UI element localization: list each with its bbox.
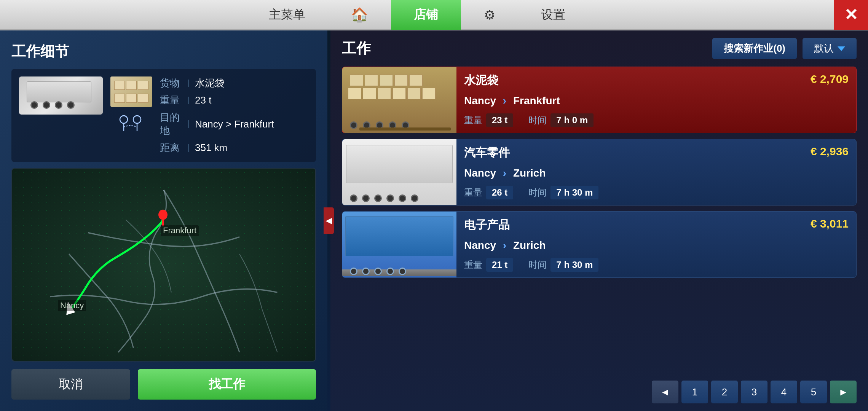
destination-info-row: 目的地 Nancy > Frankfurt 距离 351 km [110, 111, 308, 155]
weight-detail-1: 重量 23 t [464, 113, 513, 127]
svg-point-0 [120, 116, 128, 123]
job-card-image-3 [342, 212, 456, 278]
close-button[interactable]: ✕ [834, 0, 868, 30]
nav-items: 主菜单 🏠 店铺 ⚙ 设置 [0, 0, 834, 30]
pagination: ◄ 1 2 3 4 5 ► [342, 381, 857, 403]
cancel-button[interactable]: 取消 [11, 369, 130, 400]
weight-label-1: 重量 [464, 114, 482, 126]
time-detail-1: 时间 7 h 0 m [528, 113, 594, 127]
default-sort-label: 默认 [814, 42, 834, 55]
cargo-value: 水泥袋 [195, 76, 225, 90]
from-city-3: Nancy [464, 239, 496, 251]
prev-page-button[interactable]: ◄ [652, 381, 678, 403]
job-route-2: Nancy › Zurich [464, 167, 849, 179]
to-city-2: Zurich [513, 167, 546, 179]
cargo-name-3: 电子产品 [464, 217, 510, 233]
next-page-button[interactable]: ► [830, 381, 857, 403]
page-5-button[interactable]: 5 [800, 381, 827, 403]
weight-row: 重量 23 t [160, 94, 225, 107]
destination-row: 目的地 Nancy > Frankfurt [160, 111, 274, 137]
divider4 [188, 144, 189, 152]
job-details-panel: 工作细节 [0, 30, 327, 411]
weight-detail-3: 重量 21 t [464, 258, 513, 272]
gear-icon: ⚙ [484, 7, 495, 22]
destination-labels: 目的地 Nancy > Frankfurt 距离 351 km [160, 111, 274, 155]
time-value-1: 7 h 0 m [550, 113, 594, 127]
panel-separator: ◄ [327, 30, 330, 411]
route-arrow-2: › [503, 167, 506, 179]
nav-home[interactable]: 🏠 [328, 0, 391, 30]
job-card-info-2: 汽车零件 € 2,936 Nancy › Zurich 重量 26 t [456, 139, 856, 205]
job-card-3[interactable]: 电子产品 € 3,011 Nancy › Zurich 重量 21 t [342, 211, 857, 278]
job-card-image-2 [342, 139, 456, 206]
default-sort-button[interactable]: 默认 [803, 38, 857, 59]
page-2-button[interactable]: 2 [711, 381, 738, 403]
route-arrow-3: › [503, 239, 506, 251]
cargo-row: 货物 水泥袋 [160, 76, 225, 90]
job-card-info-1: 水泥袋 € 2,709 Nancy › Frankfurt 重量 23 t [456, 67, 856, 133]
from-city-1: Nancy [464, 95, 496, 107]
job-card-2[interactable]: 汽车零件 € 2,936 Nancy › Zurich 重量 26 t [342, 139, 857, 206]
nav-main-menu[interactable]: 主菜单 [246, 0, 328, 30]
to-city-1: Frankfurt [513, 95, 560, 107]
page-4-button[interactable]: 4 [771, 381, 797, 403]
weight-value-2: 26 t [486, 186, 513, 199]
home-icon: 🏠 [351, 7, 368, 23]
cargo-name-2: 汽车零件 [464, 145, 510, 161]
action-buttons: 取消 找工作 [11, 369, 316, 400]
time-label-2: 时间 [528, 186, 547, 199]
distance-row: 距离 351 km [160, 141, 274, 155]
weight-value-3: 21 t [486, 258, 513, 272]
page-1-button[interactable]: 1 [681, 381, 708, 403]
job-card-top-2: 汽车零件 € 2,936 [464, 145, 849, 161]
svg-point-2 [133, 116, 141, 123]
job-route-1: Nancy › Frankfurt [464, 95, 849, 107]
weight-label-2: 重量 [464, 186, 482, 199]
frankfurt-label: Frankfurt [161, 225, 199, 236]
to-city-3: Zurich [513, 239, 546, 251]
job-card-top-3: 电子产品 € 3,011 [464, 217, 849, 233]
route-map: Frankfurt Nancy [11, 168, 316, 362]
find-job-button[interactable]: 找工作 [138, 369, 316, 400]
time-value-2: 7 h 30 m [550, 186, 598, 199]
nav-settings[interactable]: 设置 [518, 0, 588, 30]
top-navigation: 主菜单 🏠 店铺 ⚙ 设置 ✕ [0, 0, 868, 30]
panel-left-arrow[interactable]: ◄ [324, 207, 334, 234]
svg-point-4 [158, 210, 168, 220]
jobs-header: 工作 搜索新作业(0) 默认 [342, 38, 857, 59]
search-new-jobs-button[interactable]: 搜索新作业(0) [712, 38, 797, 59]
job-route-3: Nancy › Zurich [464, 239, 849, 252]
close-icon: ✕ [844, 5, 858, 24]
divider2 [188, 97, 189, 104]
distance-value: 351 km [195, 142, 227, 154]
time-label-1: 时间 [528, 114, 547, 126]
nav-gear[interactable]: ⚙ [461, 0, 518, 30]
time-detail-3: 时间 7 h 30 m [528, 258, 598, 272]
job-details-row-1: 重量 23 t 时间 7 h 0 m [464, 113, 849, 127]
distance-label: 距离 [160, 141, 183, 155]
time-value-3: 7 h 30 m [550, 258, 598, 272]
nav-shop[interactable]: 店铺 [391, 0, 461, 30]
weight-value-1: 23 t [486, 113, 513, 127]
job-card-1[interactable]: 水泥袋 € 2,709 Nancy › Frankfurt 重量 23 t [342, 67, 857, 133]
weight-detail-2: 重量 26 t [464, 186, 513, 199]
settings-label: 设置 [541, 6, 565, 23]
destination-label: 目的地 [160, 111, 183, 137]
cargo-info-row: 货物 水泥袋 重量 23 t [110, 76, 308, 107]
job-price-3: € 3,011 [811, 217, 849, 230]
page-3-button[interactable]: 3 [741, 381, 767, 403]
map-pin-icon [110, 111, 152, 137]
weight-label: 重量 [160, 94, 183, 107]
shop-label: 店铺 [414, 6, 438, 23]
job-details-title: 工作细节 [11, 42, 316, 61]
route-arrow-1: › [503, 95, 506, 107]
map-svg [12, 169, 315, 361]
cargo-labels: 货物 水泥袋 重量 23 t [160, 76, 225, 107]
job-card-info-3: 电子产品 € 3,011 Nancy › Zurich 重量 21 t [456, 212, 856, 277]
job-details-row-2: 重量 26 t 时间 7 h 30 m [464, 186, 849, 199]
job-list: 水泥袋 € 2,709 Nancy › Frankfurt 重量 23 t [342, 67, 857, 375]
weight-label-3: 重量 [464, 259, 482, 271]
job-card-image-1 [342, 67, 456, 133]
trailer-image [19, 76, 103, 115]
main-menu-label: 主菜单 [269, 6, 305, 23]
